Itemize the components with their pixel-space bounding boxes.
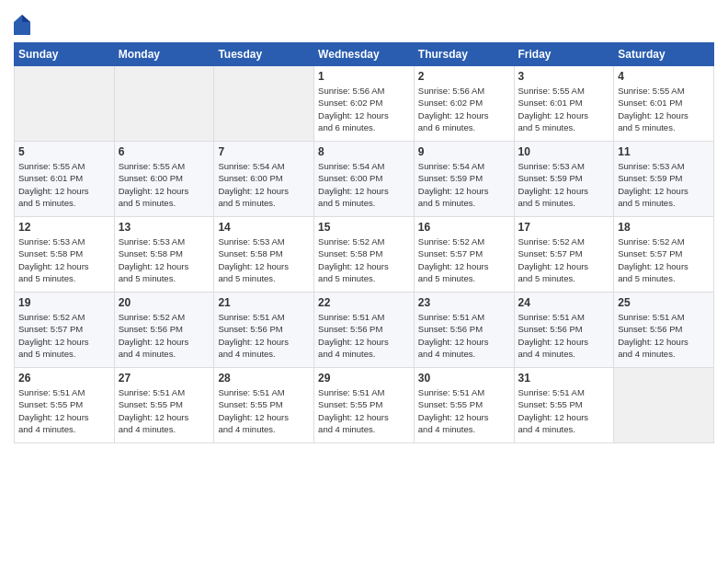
calendar-week-2: 5Sunrise: 5:55 AM Sunset: 6:01 PM Daylig…: [15, 142, 714, 217]
day-info: Sunrise: 5:53 AM Sunset: 5:58 PM Dayligh…: [18, 236, 110, 284]
header-day-monday: Monday: [114, 43, 214, 66]
day-info: Sunrise: 5:51 AM Sunset: 5:55 PM Dayligh…: [119, 386, 210, 435]
day-number: 27: [119, 372, 210, 385]
calendar-cell: 29Sunrise: 5:51 AM Sunset: 5:55 PM Dayli…: [314, 368, 415, 443]
day-number: 9: [418, 145, 510, 158]
day-number: 5: [18, 145, 110, 158]
day-info: Sunrise: 5:51 AM Sunset: 5:55 PM Dayligh…: [18, 386, 110, 435]
calendar-cell: 20Sunrise: 5:52 AM Sunset: 5:56 PM Dayli…: [114, 293, 214, 368]
day-info: Sunrise: 5:51 AM Sunset: 5:55 PM Dayligh…: [418, 386, 510, 435]
day-number: 11: [618, 145, 710, 158]
day-number: 28: [218, 372, 310, 385]
day-info: Sunrise: 5:52 AM Sunset: 5:58 PM Dayligh…: [318, 236, 410, 284]
day-info: Sunrise: 5:56 AM Sunset: 6:02 PM Dayligh…: [318, 85, 410, 133]
page: SundayMondayTuesdayWednesdayThursdayFrid…: [0, 0, 728, 563]
day-number: 26: [18, 372, 110, 385]
calendar-cell: 26Sunrise: 5:51 AM Sunset: 5:55 PM Dayli…: [15, 368, 115, 443]
day-number: 23: [418, 296, 510, 309]
calendar-cell: [214, 66, 314, 142]
day-info: Sunrise: 5:51 AM Sunset: 5:55 PM Dayligh…: [518, 386, 610, 435]
day-number: 19: [18, 296, 110, 309]
day-number: 31: [518, 372, 610, 385]
day-info: Sunrise: 5:51 AM Sunset: 5:56 PM Dayligh…: [518, 311, 610, 360]
day-info: Sunrise: 5:53 AM Sunset: 5:59 PM Dayligh…: [518, 160, 610, 209]
day-info: Sunrise: 5:51 AM Sunset: 5:56 PM Dayligh…: [318, 311, 410, 360]
calendar-cell: 22Sunrise: 5:51 AM Sunset: 5:56 PM Dayli…: [314, 293, 415, 368]
calendar-week-4: 19Sunrise: 5:52 AM Sunset: 5:57 PM Dayli…: [15, 293, 714, 368]
header-row: SundayMondayTuesdayWednesdayThursdayFrid…: [15, 43, 714, 66]
day-number: 14: [218, 221, 310, 234]
day-info: Sunrise: 5:53 AM Sunset: 5:59 PM Dayligh…: [618, 160, 710, 209]
day-number: 21: [218, 296, 310, 309]
day-number: 12: [18, 221, 110, 234]
day-info: Sunrise: 5:56 AM Sunset: 6:02 PM Dayligh…: [418, 85, 510, 133]
calendar-cell: [614, 368, 714, 443]
calendar-week-3: 12Sunrise: 5:53 AM Sunset: 5:58 PM Dayli…: [15, 217, 714, 293]
header-day-wednesday: Wednesday: [314, 43, 415, 66]
header-day-sunday: Sunday: [15, 43, 115, 66]
header: [14, 9, 714, 35]
day-info: Sunrise: 5:55 AM Sunset: 6:00 PM Dayligh…: [119, 160, 210, 209]
day-info: Sunrise: 5:55 AM Sunset: 6:01 PM Dayligh…: [618, 85, 710, 133]
calendar-cell: 15Sunrise: 5:52 AM Sunset: 5:58 PM Dayli…: [314, 217, 415, 293]
calendar-week-5: 26Sunrise: 5:51 AM Sunset: 5:55 PM Dayli…: [15, 368, 714, 443]
calendar-cell: 19Sunrise: 5:52 AM Sunset: 5:57 PM Dayli…: [15, 293, 115, 368]
day-number: 13: [119, 221, 210, 234]
day-info: Sunrise: 5:54 AM Sunset: 6:00 PM Dayligh…: [218, 160, 310, 209]
calendar-cell: 30Sunrise: 5:51 AM Sunset: 5:55 PM Dayli…: [414, 368, 514, 443]
day-info: Sunrise: 5:52 AM Sunset: 5:57 PM Dayligh…: [518, 236, 610, 284]
calendar-cell: 2Sunrise: 5:56 AM Sunset: 6:02 PM Daylig…: [414, 66, 514, 142]
calendar-cell: 10Sunrise: 5:53 AM Sunset: 5:59 PM Dayli…: [514, 142, 614, 217]
calendar-cell: 9Sunrise: 5:54 AM Sunset: 5:59 PM Daylig…: [414, 142, 514, 217]
calendar-cell: 6Sunrise: 5:55 AM Sunset: 6:00 PM Daylig…: [114, 142, 214, 217]
day-number: 20: [119, 296, 210, 309]
header-day-thursday: Thursday: [414, 43, 514, 66]
calendar-cell: 4Sunrise: 5:55 AM Sunset: 6:01 PM Daylig…: [614, 66, 714, 142]
day-number: 6: [119, 145, 210, 158]
day-number: 10: [518, 145, 610, 158]
calendar-cell: 21Sunrise: 5:51 AM Sunset: 5:56 PM Dayli…: [214, 293, 314, 368]
day-info: Sunrise: 5:51 AM Sunset: 5:56 PM Dayligh…: [418, 311, 510, 360]
calendar-cell: [114, 66, 214, 142]
header-day-saturday: Saturday: [614, 43, 714, 66]
day-number: 15: [318, 221, 410, 234]
calendar-cell: 5Sunrise: 5:55 AM Sunset: 6:01 PM Daylig…: [15, 142, 115, 217]
calendar-cell: 13Sunrise: 5:53 AM Sunset: 5:58 PM Dayli…: [114, 217, 214, 293]
day-info: Sunrise: 5:52 AM Sunset: 5:56 PM Dayligh…: [119, 311, 210, 360]
day-number: 16: [418, 221, 510, 234]
logo: [14, 15, 34, 35]
day-number: 25: [618, 296, 710, 309]
logo-icon: [14, 15, 30, 35]
calendar-cell: 16Sunrise: 5:52 AM Sunset: 5:57 PM Dayli…: [414, 217, 514, 293]
calendar-header: SundayMondayTuesdayWednesdayThursdayFrid…: [15, 43, 714, 66]
day-info: Sunrise: 5:55 AM Sunset: 6:01 PM Dayligh…: [18, 160, 110, 209]
calendar-cell: 17Sunrise: 5:52 AM Sunset: 5:57 PM Dayli…: [514, 217, 614, 293]
day-info: Sunrise: 5:52 AM Sunset: 5:57 PM Dayligh…: [18, 311, 110, 360]
calendar-week-1: 1Sunrise: 5:56 AM Sunset: 6:02 PM Daylig…: [15, 66, 714, 142]
header-day-friday: Friday: [514, 43, 614, 66]
day-number: 18: [618, 221, 710, 234]
calendar-table: SundayMondayTuesdayWednesdayThursdayFrid…: [14, 42, 714, 443]
calendar-cell: 7Sunrise: 5:54 AM Sunset: 6:00 PM Daylig…: [214, 142, 314, 217]
calendar-cell: 24Sunrise: 5:51 AM Sunset: 5:56 PM Dayli…: [514, 293, 614, 368]
day-info: Sunrise: 5:54 AM Sunset: 5:59 PM Dayligh…: [418, 160, 510, 209]
day-number: 29: [318, 372, 410, 385]
calendar-cell: 1Sunrise: 5:56 AM Sunset: 6:02 PM Daylig…: [314, 66, 415, 142]
day-number: 3: [518, 70, 610, 83]
day-info: Sunrise: 5:51 AM Sunset: 5:55 PM Dayligh…: [318, 386, 410, 435]
calendar-cell: 28Sunrise: 5:51 AM Sunset: 5:55 PM Dayli…: [214, 368, 314, 443]
day-info: Sunrise: 5:51 AM Sunset: 5:55 PM Dayligh…: [218, 386, 310, 435]
day-info: Sunrise: 5:53 AM Sunset: 5:58 PM Dayligh…: [119, 236, 210, 284]
day-number: 2: [418, 70, 510, 83]
calendar-cell: 14Sunrise: 5:53 AM Sunset: 5:58 PM Dayli…: [214, 217, 314, 293]
calendar-cell: 31Sunrise: 5:51 AM Sunset: 5:55 PM Dayli…: [514, 368, 614, 443]
calendar-cell: 25Sunrise: 5:51 AM Sunset: 5:56 PM Dayli…: [614, 293, 714, 368]
svg-marker-1: [22, 15, 30, 22]
day-number: 8: [318, 145, 410, 158]
day-info: Sunrise: 5:55 AM Sunset: 6:01 PM Dayligh…: [518, 85, 610, 133]
day-info: Sunrise: 5:54 AM Sunset: 6:00 PM Dayligh…: [318, 160, 410, 209]
calendar-cell: 12Sunrise: 5:53 AM Sunset: 5:58 PM Dayli…: [15, 217, 115, 293]
day-number: 30: [418, 372, 510, 385]
day-number: 24: [518, 296, 610, 309]
calendar-cell: 8Sunrise: 5:54 AM Sunset: 6:00 PM Daylig…: [314, 142, 415, 217]
